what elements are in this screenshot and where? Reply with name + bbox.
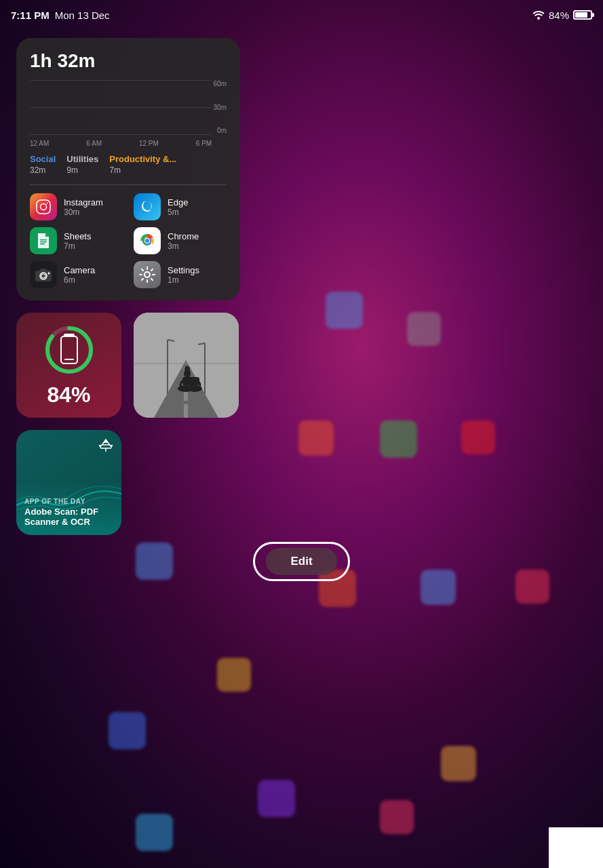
chart-label-12pm: 12 PM	[139, 140, 159, 147]
screen-time-chart: 60m 30m 0m	[30, 80, 227, 134]
chrome-time: 3m	[168, 241, 199, 251]
chrome-info: Chrome 3m	[168, 231, 199, 251]
wifi-icon	[532, 10, 545, 20]
status-date: Mon 13 Dec	[55, 9, 110, 21]
chart-y-labels: 60m 30m 0m	[214, 80, 227, 134]
settings-info: Settings 1m	[168, 265, 199, 285]
photo-svg	[134, 313, 239, 418]
camera-info: Camera 6m	[64, 265, 95, 285]
chart-label-30m: 30m	[214, 104, 227, 111]
instagram-name: Instagram	[64, 197, 103, 208]
edge-time: 5m	[168, 208, 188, 217]
status-time: 7:11 PM	[11, 9, 50, 21]
edge-name: Edge	[168, 197, 188, 208]
corner-square	[549, 827, 603, 868]
battery-percent-text: 84%	[549, 9, 569, 21]
status-left: 7:11 PM Mon 13 Dec	[11, 9, 110, 21]
svg-point-3	[47, 203, 48, 204]
camera-icon-container	[30, 261, 57, 288]
edge-icon-container	[134, 193, 161, 220]
app-item-instagram: Instagram 30m	[30, 193, 123, 220]
battery-widget-percent: 84%	[47, 382, 90, 408]
svg-point-2	[41, 204, 47, 210]
screen-time-total: 1h 32m	[30, 50, 227, 72]
appstore-widget[interactable]: APP OF THE DAY Adobe Scan: PDF Scanner &…	[16, 430, 121, 535]
svg-rect-4	[40, 239, 47, 241]
chrome-icon	[134, 227, 161, 254]
app-item-sheets: Sheets 7m	[30, 227, 123, 254]
category-utilities-time: 9m	[66, 165, 98, 175]
svg-point-0	[537, 17, 540, 20]
svg-rect-1	[37, 200, 50, 214]
grid-line-bottom	[30, 134, 212, 135]
settings-time: 1m	[168, 275, 199, 285]
photo-placeholder	[134, 313, 239, 418]
svg-rect-24	[184, 404, 188, 418]
edge-icon	[134, 193, 161, 220]
edit-oval: Edit	[253, 542, 349, 581]
svg-rect-5	[40, 241, 47, 243]
chart-label-6am: 6 AM	[86, 140, 102, 147]
app-item-settings: Settings 1m	[134, 261, 227, 288]
category-social-time: 32m	[30, 165, 56, 175]
sheets-name: Sheets	[64, 231, 91, 241]
chart-label-6pm: 6 PM	[196, 140, 212, 147]
screen-time-widget[interactable]: 1h 32m	[16, 38, 240, 300]
category-productivity: Productivity &... 7m	[109, 154, 176, 175]
chart-label-0m: 0m	[217, 127, 227, 134]
instagram-icon	[30, 193, 57, 220]
battery-widget[interactable]: 84%	[16, 313, 121, 418]
status-right: 84%	[532, 9, 592, 21]
sheets-info: Sheets 7m	[64, 231, 91, 251]
category-productivity-label: Productivity &...	[109, 154, 176, 164]
app-item-chrome: Chrome 3m	[134, 227, 227, 254]
edit-button-container: Edit	[16, 542, 587, 581]
chrome-icon-container	[134, 227, 161, 254]
edge-info: Edge 5m	[168, 197, 188, 217]
svg-rect-6	[40, 243, 45, 245]
svg-point-36	[184, 366, 190, 372]
main-content: 1h 32m	[0, 24, 603, 868]
category-social-label: Social	[30, 154, 56, 164]
camera-time: 6m	[64, 275, 95, 285]
settings-icon-container	[134, 261, 161, 288]
instagram-time: 30m	[64, 208, 103, 217]
category-utilities: Utilities 9m	[66, 154, 98, 175]
camera-icon	[30, 261, 57, 288]
category-productivity-time: 7m	[109, 165, 176, 175]
app-item-edge: Edge 5m	[134, 193, 227, 220]
svg-point-13	[48, 273, 50, 275]
instagram-info: Instagram 30m	[64, 197, 103, 217]
svg-point-14	[144, 272, 150, 277]
battery-fill	[575, 12, 587, 18]
appstore-day-label: APP OF THE DAY	[24, 498, 113, 505]
sheets-time: 7m	[64, 241, 91, 251]
svg-rect-19	[64, 359, 74, 360]
chart-label-12am: 12 AM	[30, 140, 49, 147]
svg-point-9	[145, 239, 149, 243]
chart-label-60m: 60m	[214, 80, 227, 87]
battery-ring-svg	[42, 323, 96, 377]
status-bar: 7:11 PM Mon 13 Dec 84%	[0, 0, 603, 24]
chrome-name: Chrome	[168, 231, 199, 241]
widget-divider	[30, 184, 227, 185]
settings-icon	[134, 261, 161, 288]
instagram-icon-container	[30, 193, 57, 220]
sheets-icon-container	[30, 227, 57, 254]
chart-x-labels: 12 AM 6 AM 12 PM 6 PM	[30, 140, 227, 147]
appstore-icon	[98, 438, 113, 456]
battery-icon	[573, 10, 592, 20]
sheets-icon	[30, 227, 57, 254]
photo-widget[interactable]	[134, 313, 239, 418]
edit-button[interactable]: Edit	[266, 548, 336, 575]
app-item-camera: Camera 6m	[30, 261, 123, 288]
widget-row-1: 84%	[16, 313, 587, 418]
settings-name: Settings	[168, 265, 199, 275]
category-social: Social 32m	[30, 154, 56, 175]
app-list: Instagram 30m Edge 5m	[30, 193, 227, 288]
appstore-app-title: Adobe Scan: PDF Scanner & OCR	[24, 507, 113, 527]
chart-bars	[30, 80, 212, 134]
screen-time-categories: Social 32m Utilities 9m Productivity &..…	[30, 154, 227, 175]
camera-name: Camera	[64, 265, 95, 275]
svg-rect-18	[64, 334, 75, 336]
